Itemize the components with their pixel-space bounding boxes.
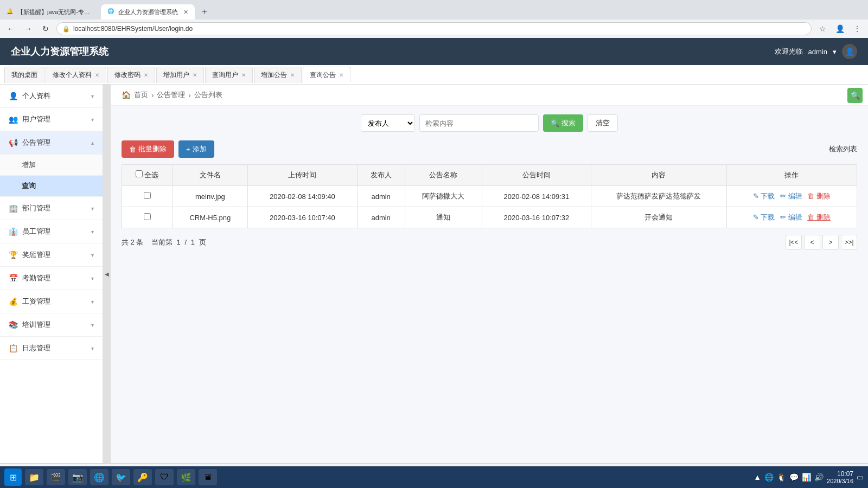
clear-button[interactable]: 清空 — [588, 114, 618, 132]
taskbar-files-app[interactable]: 📁 — [25, 469, 43, 485]
delete-icon: 🗑 — [807, 192, 814, 200]
taskbar-media-app[interactable]: 🎬 — [47, 469, 65, 485]
breadcrumb-sep1: › — [151, 91, 154, 99]
row2-actions: ✎ 下载 ✏ 编辑 🗑 删除 — [726, 207, 857, 228]
taskbar-app9[interactable]: 🖥 — [199, 469, 217, 485]
table-row: CRM-H5.png 2020-03-16 10:07:40 admin 通知 … — [122, 207, 857, 228]
next-page-button[interactable]: > — [822, 235, 839, 250]
tab-add-user-close[interactable]: ✕ — [193, 72, 197, 78]
row1-delete-link[interactable]: 🗑 删除 — [807, 192, 831, 200]
row1-checkbox[interactable] — [144, 192, 151, 199]
page-unit: 页 — [199, 238, 206, 246]
tab-add-user[interactable]: 增加用户 ✕ — [156, 67, 204, 83]
avatar[interactable]: 👤 — [842, 44, 857, 59]
row2-edit-link[interactable]: ✏ 编辑 — [780, 213, 804, 221]
prev-page-button[interactable]: < — [804, 235, 820, 250]
app6-icon: 🔑 — [137, 471, 149, 483]
select-all-checkbox[interactable] — [136, 170, 143, 177]
sidebar-item-notice-mgmt[interactable]: 📢 公告管理 ▴ — [0, 131, 103, 155]
tab-change-password-label: 修改密码 — [114, 70, 141, 80]
tab-edit-profile-close[interactable]: ✕ — [95, 72, 99, 78]
tab-query-user-close[interactable]: ✕ — [241, 72, 246, 78]
tab-edit-profile[interactable]: 修改个人资料 ✕ — [46, 67, 106, 83]
tray-expand-icon[interactable]: ▲ — [754, 473, 761, 481]
tab-query-user[interactable]: 查询用户 ✕ — [205, 67, 253, 83]
tab-desktop[interactable]: 我的桌面 — [4, 67, 44, 83]
start-button[interactable]: ⊞ — [4, 468, 22, 486]
taskbar-app3[interactable]: 📷 — [68, 469, 87, 485]
browser-tab-1[interactable]: 🔔 【新提醒】java无忧网-专业提供… — [0, 4, 100, 20]
tab-query-notice[interactable]: 查询公告 ✕ — [303, 67, 350, 83]
browser-tab-2[interactable]: 🌐 企业人力资源管理系统 ✕ — [101, 4, 195, 20]
data-table: 全选 文件名 上传时间 发布人 公告名称 公告时间 内容 操作 — [122, 164, 857, 228]
main-content: 🏠 首页 › 公告管理 › 公告列表 🔍 发布人 公告名称 内容 — [111, 85, 868, 463]
refresh-button[interactable]: ↻ — [39, 22, 52, 35]
sidebar-item-attend-mgmt[interactable]: 📅 考勤管理 ▾ — [0, 267, 103, 290]
sidebar-item-emp-mgmt[interactable]: 👔 员工管理 ▾ — [0, 220, 103, 243]
sidebar-item-reward-mgmt-label: 奖惩管理 — [22, 250, 50, 260]
tab-query-user-label: 查询用户 — [212, 70, 238, 80]
sidebar-item-log-mgmt[interactable]: 📋 日志管理 ▾ — [0, 337, 103, 360]
first-page-button[interactable]: |<< — [786, 235, 802, 250]
last-page-button[interactable]: >>| — [841, 235, 857, 250]
taskbar-app7[interactable]: 🛡 — [155, 469, 174, 485]
col-select-label: 全选 — [144, 171, 158, 179]
tab-change-password-close[interactable]: ✕ — [144, 72, 148, 78]
sidebar-collapse-button[interactable]: ◀ — [103, 85, 111, 463]
row2-download-link[interactable]: ✎ 下载 — [753, 213, 777, 221]
user-account-icon[interactable]: 👤 — [833, 22, 846, 35]
clear-button-label: 清空 — [596, 118, 610, 128]
taskbar-chrome-app[interactable]: 🌐 — [90, 469, 108, 485]
tray-network-icon[interactable]: 🌐 — [764, 473, 774, 481]
sidebar-item-user-mgmt[interactable]: 👥 用户管理 ▾ — [0, 108, 103, 131]
sidebar-item-personal-left: 👤 个人资料 — [9, 91, 50, 101]
row1-download-link[interactable]: ✎ 下载 — [753, 192, 777, 200]
taskbar-app6[interactable]: 🔑 — [133, 469, 152, 485]
sidebar-item-salary-mgmt[interactable]: 💰 工资管理 ▾ — [0, 290, 103, 313]
tab-add-notice-close[interactable]: ✕ — [290, 72, 295, 78]
forward-button[interactable]: → — [22, 22, 35, 35]
more-options-icon[interactable]: ⋮ — [851, 22, 864, 35]
show-desktop-icon[interactable]: ▭ — [857, 473, 864, 481]
tab-add-notice-label: 增加公告 — [261, 70, 287, 80]
table-row: meinv.jpg 2020-02-08 14:09:40 admin 阿萨德撒… — [122, 186, 857, 207]
dropdown-arrow[interactable]: ▾ — [833, 48, 837, 56]
tab-query-notice-close[interactable]: ✕ — [339, 72, 343, 78]
batch-delete-button[interactable]: 🗑 批量删除 — [122, 140, 174, 158]
search-input[interactable] — [419, 114, 539, 132]
tab-change-password[interactable]: 修改密码 ✕ — [107, 67, 155, 83]
app5-icon: 🐦 — [115, 471, 127, 483]
tab-add-notice[interactable]: 增加公告 ✕ — [254, 67, 302, 83]
sidebar-item-reward-mgmt[interactable]: 🏆 奖惩管理 ▾ — [0, 243, 103, 267]
download-icon: ✎ — [753, 192, 759, 200]
back-button[interactable]: ← — [4, 22, 17, 35]
tray-im-icon[interactable]: 🐧 — [777, 473, 786, 481]
sidebar-item-train-mgmt[interactable]: 📚 培训管理 ▾ — [0, 313, 103, 337]
sidebar-sub-add-notice[interactable]: 增加 — [0, 155, 103, 176]
sidebar-sub-query-notice[interactable]: 查询 — [0, 176, 103, 197]
breadcrumb-level1[interactable]: 公告管理 — [157, 90, 185, 100]
search-toggle-button[interactable]: 🔍 — [847, 88, 863, 103]
taskbar-app5[interactable]: 🐦 — [112, 469, 130, 485]
row2-delete-icon: 🗑 — [807, 213, 814, 221]
row2-delete-link[interactable]: 🗑 删除 — [807, 213, 831, 221]
breadcrumb-home[interactable]: 首页 — [134, 90, 148, 100]
tray-im2-icon[interactable]: 💬 — [789, 473, 799, 481]
taskbar-app8[interactable]: 🌿 — [177, 469, 195, 485]
add-button[interactable]: + 添加 — [178, 140, 214, 158]
tray-volume-icon[interactable]: 🔊 — [814, 473, 824, 481]
new-tab-button[interactable]: + — [197, 4, 212, 20]
toolbar-icons: ☆ 👤 ⋮ — [816, 22, 864, 35]
tab2-close[interactable]: ✕ — [183, 9, 188, 16]
row2-checkbox[interactable] — [144, 213, 151, 220]
search-button[interactable]: 🔍 搜索 — [543, 114, 583, 132]
tray-monitor-icon[interactable]: 📊 — [802, 473, 811, 481]
address-bar[interactable]: 🔒 localhost:8080/EHRSystem/User/login.do — [56, 22, 812, 35]
app9-icon: 🖥 — [202, 471, 214, 483]
home-icon: 🏠 — [122, 91, 131, 99]
sidebar-item-personal[interactable]: 👤 个人资料 ▾ — [0, 85, 103, 108]
sidebar-item-dept-mgmt[interactable]: 🏢 部门管理 ▾ — [0, 197, 103, 220]
row1-edit-link[interactable]: ✏ 编辑 — [780, 192, 804, 200]
bookmark-star-icon[interactable]: ☆ — [816, 22, 829, 35]
search-select[interactable]: 发布人 公告名称 内容 — [361, 114, 415, 132]
